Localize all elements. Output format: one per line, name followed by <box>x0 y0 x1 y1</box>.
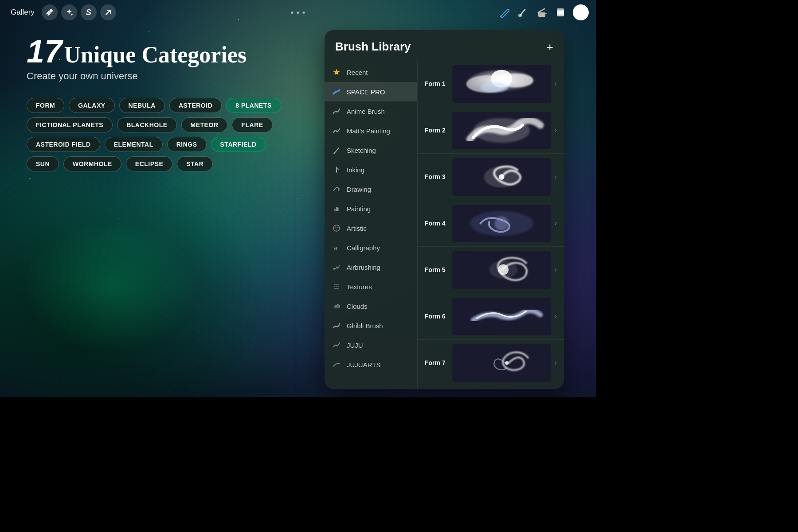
brush-preview-form-4[interactable]: Form 4 › <box>418 200 564 247</box>
tag-rings[interactable]: RINGS <box>167 137 207 152</box>
brush-category-label: Drawing <box>347 186 371 193</box>
brush-icon-space_pro <box>332 87 341 97</box>
preview-label: Form 4 <box>425 220 448 227</box>
preview-image <box>452 112 551 149</box>
svg-point-9 <box>336 171 337 173</box>
brush-icon-calligraphy: a <box>332 243 341 252</box>
brush-category-drawing[interactable]: Drawing <box>325 179 417 199</box>
eraser-tool[interactable] <box>536 6 548 19</box>
chevron-icon: › <box>555 219 557 227</box>
preview-image <box>452 158 551 196</box>
tag-asteroid-field[interactable]: ASTEROID FIELD <box>27 137 100 152</box>
brush-category-painting[interactable]: Painting <box>325 199 417 218</box>
tag-8-planets[interactable]: 8 PLANETS <box>226 98 281 113</box>
brush-category-calligraphy[interactable]: a Calligraphy <box>325 238 417 257</box>
toolbar-left: Gallery S <box>7 4 116 20</box>
brush-category-inking[interactable]: Inking <box>325 160 417 179</box>
chevron-icon: › <box>555 80 557 88</box>
tag-asteroid[interactable]: ASTEROID <box>169 98 222 113</box>
tag-star[interactable]: STAR <box>177 156 213 171</box>
brush-icon-jujuarts <box>332 360 341 369</box>
svg-point-14 <box>335 227 336 228</box>
preview-image <box>452 251 551 289</box>
brush-preview-form-5[interactable]: Form 5 › <box>418 247 564 293</box>
brush-preview-list: Form 1 › Form 2 › Form 3 › Form <box>418 61 564 388</box>
tag-galaxy[interactable]: GALAXY <box>69 98 114 113</box>
pencil-tool[interactable] <box>498 6 511 19</box>
preview-image <box>452 65 551 103</box>
brush-category-jujuarts[interactable]: JUJUARTS <box>325 355 417 374</box>
tag-meteor[interactable]: METEOR <box>181 117 228 132</box>
smudge-tool[interactable] <box>517 6 529 19</box>
brush-preview-form-3[interactable]: Form 3 › <box>418 154 564 200</box>
brush-category-clouds[interactable]: Clouds <box>325 296 417 316</box>
magic-icon[interactable] <box>61 4 77 20</box>
headline-number: 17 <box>27 34 62 69</box>
brush-preview-form-1[interactable]: Form 1 › <box>418 61 564 107</box>
brush-category-artistic[interactable]: Artistic <box>325 218 417 238</box>
gallery-button[interactable]: Gallery <box>7 6 38 19</box>
preview-label: Form 1 <box>425 80 448 87</box>
subheadline: Create your own universe <box>27 70 301 82</box>
svg-point-16 <box>336 229 337 231</box>
brush-icon-matts <box>332 126 341 136</box>
tags-container: FORMGALAXYNEBULAASTEROID8 PLANETSFICTION… <box>27 98 284 171</box>
add-brush-button[interactable]: + <box>547 41 553 53</box>
brush-category-label: Clouds <box>347 303 368 310</box>
brush-icon-sketching <box>332 145 341 155</box>
brush-category-ghibli[interactable]: Ghibli Brush <box>325 316 417 335</box>
svg-point-15 <box>337 227 339 228</box>
tag-nebula[interactable]: NEBULA <box>119 98 165 113</box>
brush-icon-recent <box>332 67 341 77</box>
arrow-icon[interactable] <box>100 4 116 20</box>
brush-category-recent[interactable]: Recent <box>325 62 417 82</box>
svg-point-33 <box>489 260 518 278</box>
panel-body: Recent SPACE PRO Anime Brush Matt's Pain… <box>325 61 564 388</box>
tag-eclipse[interactable]: ECLIPSE <box>126 156 172 171</box>
dot2 <box>297 12 299 14</box>
brush-category-airbrushing[interactable]: Airbrushing <box>325 257 417 277</box>
brush-preview-form-7[interactable]: Form 7 › <box>418 340 564 386</box>
brush-panel: Brush Library + Recent SPACE PRO Anime B… <box>325 30 564 389</box>
brush-category-label: Painting <box>347 205 371 213</box>
tag-sun[interactable]: SUN <box>27 156 59 171</box>
wrench-icon[interactable] <box>42 4 58 20</box>
avatar[interactable] <box>573 4 589 20</box>
left-content: 17 Unique Categories Create your own uni… <box>27 35 301 171</box>
brush-preview-form-6[interactable]: Form 6 › <box>418 293 564 340</box>
svg-point-26 <box>481 82 509 93</box>
brush-category-label: Ghibli Brush <box>347 322 383 330</box>
dot3 <box>303 12 305 14</box>
brush-category-textures[interactable]: Textures <box>325 277 417 296</box>
brush-category-anime[interactable]: Anime Brush <box>325 101 417 121</box>
s-icon[interactable]: S <box>81 4 97 20</box>
tag-fictional-planets[interactable]: FICTIONAL PLANETS <box>27 117 113 132</box>
brush-category-sketching[interactable]: Sketching <box>325 140 417 160</box>
brush-category-label: Calligraphy <box>347 244 380 252</box>
brush-category-juju[interactable]: JUJU <box>325 335 417 355</box>
tag-flare[interactable]: FLARE <box>232 117 272 132</box>
chevron-icon: › <box>555 312 557 320</box>
tag-blackhole[interactable]: BLACKHOLE <box>117 117 176 132</box>
tag-wormhole[interactable]: WORMHOLE <box>63 156 121 171</box>
brush-category-label: Airbrushing <box>347 264 380 271</box>
layers-tool[interactable] <box>554 6 567 19</box>
preview-image <box>452 344 551 382</box>
brush-icon-airbrushing <box>332 262 341 272</box>
svg-rect-7 <box>557 11 564 16</box>
svg-point-0 <box>518 14 522 17</box>
panel-header: Brush Library + <box>325 30 564 61</box>
brush-icon-ghibli <box>332 321 341 330</box>
brush-category-label: Matt's Painting <box>347 127 390 135</box>
brush-preview-form-2[interactable]: Form 2 › <box>418 107 564 154</box>
tag-starfield[interactable]: STARFIELD <box>211 137 266 152</box>
preview-image <box>452 298 551 335</box>
preview-label: Form 6 <box>425 313 448 320</box>
brush-category-matts[interactable]: Matt's Painting <box>325 121 417 140</box>
brush-category-space_pro[interactable]: SPACE PRO <box>325 82 417 101</box>
svg-point-27 <box>473 118 530 143</box>
chevron-icon: › <box>555 126 557 134</box>
tag-elemental[interactable]: ELEMENTAL <box>105 137 163 152</box>
brush-icon-clouds <box>332 301 341 311</box>
tag-form[interactable]: FORM <box>27 98 64 113</box>
